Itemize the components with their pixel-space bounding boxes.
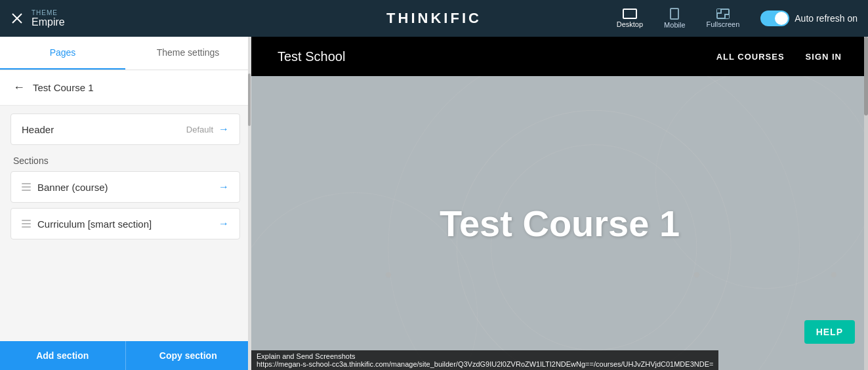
- site-nav: Test School ALL COURSES SIGN IN: [251, 37, 868, 76]
- hero-title: Test Course 1: [440, 202, 680, 245]
- site-nav-links: ALL COURSES SIGN IN: [716, 52, 842, 62]
- preview-area: Test School ALL COURSES SIGN IN: [251, 37, 868, 370]
- desktop-icon: [623, 9, 637, 19]
- theme-info: THEME Empire: [31, 9, 65, 28]
- auto-refresh-label: Auto refresh on: [795, 13, 858, 24]
- fullscreen-label: Fullscreen: [707, 20, 740, 28]
- tab-pages[interactable]: Pages: [0, 37, 125, 70]
- back-navigation[interactable]: ← Test Course 1: [0, 70, 251, 106]
- list-item[interactable]: Banner (course) →: [10, 171, 240, 203]
- header-arrow-icon: →: [218, 123, 229, 135]
- sidebar-scrollbar-thumb: [248, 73, 251, 126]
- svg-point-9: [831, 272, 837, 278]
- curriculum-section-label: Curriculum [smart section]: [37, 218, 212, 230]
- curriculum-arrow-icon: →: [218, 218, 229, 230]
- preview-site: Test School ALL COURSES SIGN IN: [251, 37, 868, 370]
- site-logo: Test School: [278, 49, 716, 64]
- view-fullscreen[interactable]: Fullscreen: [707, 9, 740, 28]
- banner-arrow-icon: →: [218, 181, 229, 193]
- auto-refresh: Auto refresh on: [760, 10, 858, 26]
- url-bar: Explain and Send Screenshots https://meg…: [251, 350, 718, 370]
- tooltip-text: Explain and Send Screenshots: [257, 352, 355, 360]
- help-button[interactable]: HELP: [804, 320, 855, 344]
- site-hero: Test Course 1: [251, 76, 868, 370]
- copy-section-button[interactable]: Copy section: [126, 341, 251, 370]
- mobile-icon: [670, 8, 679, 20]
- sidebar-bottom-actions: Add section Copy section: [0, 341, 251, 370]
- page-title: Test Course 1: [33, 82, 94, 93]
- sidebar: Pages Theme settings ← Test Course 1 Hea…: [0, 37, 251, 370]
- main-content: Pages Theme settings ← Test Course 1 Hea…: [0, 37, 868, 370]
- view-mobile[interactable]: Mobile: [664, 8, 685, 29]
- nav-link-signin: SIGN IN: [806, 52, 842, 62]
- desktop-label: Desktop: [617, 20, 643, 28]
- list-item[interactable]: Curriculum [smart section] →: [10, 208, 240, 239]
- add-section-button[interactable]: Add section: [0, 341, 126, 370]
- fullscreen-icon: [716, 9, 730, 19]
- sidebar-scrollbar[interactable]: [248, 37, 251, 370]
- preview-scrollbar-thumb: [864, 37, 868, 115]
- url-text: https://megan-s-school-cc3a.thinkific.co…: [257, 360, 713, 368]
- header-status: Default: [186, 125, 213, 134]
- theme-label: THEME: [31, 9, 65, 16]
- back-arrow-icon: ←: [13, 81, 25, 94]
- drag-handle-icon[interactable]: [22, 183, 31, 191]
- svg-point-4: [491, 144, 697, 350]
- brand-logo: THINKIFIC: [386, 10, 482, 27]
- svg-point-6: [655, 76, 868, 289]
- view-desktop[interactable]: Desktop: [617, 9, 643, 28]
- mobile-label: Mobile: [664, 21, 685, 29]
- banner-section-label: Banner (course): [37, 182, 212, 193]
- tab-theme-settings[interactable]: Theme settings: [125, 37, 251, 70]
- topbar: THEME Empire THINKIFIC Desktop Mobile Fu…: [0, 0, 868, 37]
- header-label: Header: [22, 124, 186, 135]
- close-button[interactable]: [10, 12, 24, 25]
- drag-handle-icon[interactable]: [22, 220, 31, 228]
- header-item[interactable]: Header Default →: [10, 113, 240, 145]
- theme-name: Empire: [31, 16, 65, 28]
- svg-point-8: [694, 272, 699, 278]
- sections-label: Sections: [0, 145, 251, 171]
- topbar-right: Desktop Mobile Fullscreen Auto refresh o…: [617, 8, 858, 29]
- svg-point-7: [386, 272, 391, 278]
- preview-scrollbar[interactable]: [864, 37, 868, 370]
- auto-refresh-toggle[interactable]: [760, 10, 789, 26]
- sidebar-tabs: Pages Theme settings: [0, 37, 251, 70]
- nav-link-courses: ALL COURSES: [716, 52, 785, 62]
